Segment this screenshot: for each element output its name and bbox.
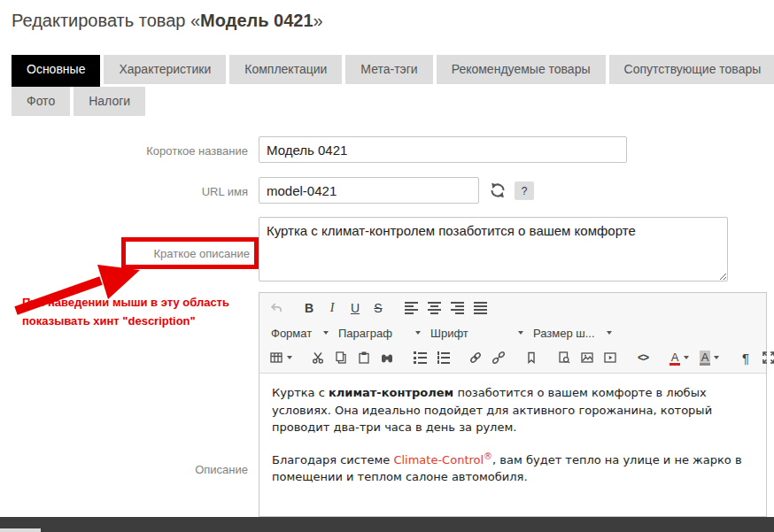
show-invisibles-button[interactable]: ¶ xyxy=(734,347,757,368)
refresh-icon xyxy=(489,181,507,199)
tab-bar-row1: Основные Характеристики Комплектации Мет… xyxy=(12,55,774,87)
url-name-label: URL имя xyxy=(0,185,248,198)
align-left-icon xyxy=(405,302,418,314)
align-justify-button[interactable] xyxy=(468,297,491,319)
align-justify-icon xyxy=(474,302,487,314)
insert-link-button[interactable] xyxy=(464,347,487,368)
italic-button[interactable]: I xyxy=(321,297,344,319)
editor-toolbar: B I U S Формат Параграф Шрифт Размер ш..… xyxy=(259,293,766,374)
ordered-list-icon xyxy=(437,351,450,364)
strikethrough-button[interactable]: S xyxy=(367,297,390,319)
chevron-down-icon xyxy=(714,356,719,359)
align-center-button[interactable] xyxy=(422,297,445,319)
tab-photos[interactable]: Фото xyxy=(12,87,70,116)
tab-meta-tags[interactable]: Мета-тэги xyxy=(345,55,432,84)
align-center-icon xyxy=(428,302,441,314)
chevron-down-icon xyxy=(415,331,421,335)
background-color-button[interactable]: A xyxy=(694,347,724,368)
tab-bundles[interactable]: Комплектации xyxy=(229,55,342,84)
tab-related-products[interactable]: Сопутствующие товары xyxy=(609,55,774,84)
chevron-down-icon xyxy=(684,356,689,359)
bold-button[interactable]: B xyxy=(298,297,321,319)
find-replace-button[interactable] xyxy=(375,347,399,368)
underline-button[interactable]: U xyxy=(344,297,367,319)
anchor-button[interactable] xyxy=(520,347,543,368)
cut-button[interactable] xyxy=(306,347,329,368)
page-title: Редактировать товар «Модель 0421» xyxy=(12,11,323,31)
unordered-list-button[interactable] xyxy=(408,347,431,368)
paragraph-dropdown[interactable]: Параграф xyxy=(332,322,424,343)
font-family-dropdown[interactable]: Шрифт xyxy=(424,322,527,343)
description-editor-content[interactable]: Куртка с климат-контролем позаботится о … xyxy=(259,374,766,510)
short-description-textarea[interactable]: Куртка с климат-контролем позаботится о … xyxy=(259,217,728,281)
format-dropdown[interactable]: Формат xyxy=(265,322,332,343)
paste-button[interactable] xyxy=(352,347,375,368)
align-right-icon xyxy=(451,302,464,314)
chevron-down-icon xyxy=(287,356,292,359)
table-button[interactable] xyxy=(265,347,297,368)
bottom-bar xyxy=(0,517,774,532)
annotation-note: При наведении мыши в эту область показыв… xyxy=(22,293,252,330)
description-rich-editor: B I U S Формат Параграф Шрифт Размер ш..… xyxy=(259,292,767,517)
chevron-down-icon xyxy=(607,331,612,335)
align-right-button[interactable] xyxy=(445,297,468,319)
chevron-down-icon xyxy=(323,331,329,335)
tab-characteristics[interactable]: Характеристики xyxy=(104,55,226,84)
climate-control-link[interactable]: Climate-Control xyxy=(393,453,484,466)
tab-main[interactable]: Основные xyxy=(12,55,100,87)
ordered-list-button[interactable] xyxy=(431,347,454,368)
editor-paragraph: Благодаря системе Climate-Control®, вам … xyxy=(272,450,754,486)
source-code-button[interactable]: <> xyxy=(631,347,654,368)
product-name: Модель 0421 xyxy=(200,11,313,30)
url-name-input[interactable] xyxy=(259,177,479,204)
unordered-list-icon xyxy=(414,351,427,364)
fullscreen-button[interactable] xyxy=(757,347,774,368)
description-label: Описание xyxy=(0,463,248,476)
preview-button[interactable] xyxy=(553,347,576,368)
short-description-label: Краткое описание xyxy=(153,247,250,260)
font-size-dropdown[interactable]: Размер ш... xyxy=(527,322,615,343)
copy-button[interactable] xyxy=(329,347,352,368)
horizontal-scrollbar-thumb[interactable] xyxy=(0,528,41,532)
chevron-down-icon xyxy=(518,331,523,335)
short-name-input[interactable] xyxy=(259,136,627,163)
remove-link-button[interactable] xyxy=(487,347,510,368)
align-left-button[interactable] xyxy=(399,297,422,319)
text-color-button[interactable]: A xyxy=(664,347,694,368)
text-color-icon: A xyxy=(670,351,681,366)
tab-taxes[interactable]: Налоги xyxy=(74,87,145,116)
undo-button[interactable] xyxy=(265,297,288,319)
url-help-button[interactable]: ? xyxy=(515,181,534,200)
editor-paragraph: Куртка с климат-контролем позаботится о … xyxy=(272,384,754,436)
tab-bar-row2: Фото Налоги xyxy=(12,87,145,116)
insert-media-button[interactable] xyxy=(599,347,622,368)
short-name-label: Короткое название xyxy=(0,144,248,158)
tab-recommended-products[interactable]: Рекомендуемые товары xyxy=(437,55,606,84)
background-color-icon: A xyxy=(700,351,711,366)
insert-image-button[interactable] xyxy=(576,347,599,368)
refresh-url-button[interactable] xyxy=(488,181,507,200)
